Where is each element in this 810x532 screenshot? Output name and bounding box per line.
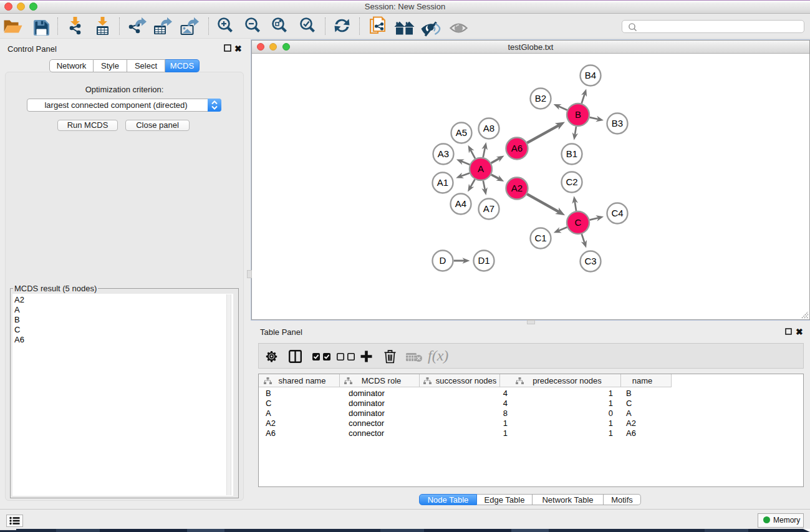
svg-text:B4: B4 bbox=[585, 70, 596, 80]
svg-text:A2: A2 bbox=[511, 183, 523, 193]
svg-text:A1: A1 bbox=[437, 177, 448, 188]
svg-text:A5: A5 bbox=[456, 127, 467, 138]
svg-text:A7: A7 bbox=[483, 203, 494, 214]
svg-text:C4: C4 bbox=[611, 208, 623, 218]
svg-text:B: B bbox=[575, 109, 581, 120]
svg-text:C3: C3 bbox=[584, 256, 596, 266]
svg-text:A: A bbox=[478, 163, 484, 174]
svg-text:D: D bbox=[440, 255, 446, 266]
svg-text:B2: B2 bbox=[535, 93, 546, 104]
svg-text:C: C bbox=[575, 217, 582, 228]
svg-text:C1: C1 bbox=[534, 233, 546, 243]
svg-text:B1: B1 bbox=[566, 148, 577, 159]
svg-text:A6: A6 bbox=[511, 143, 523, 153]
svg-text:D1: D1 bbox=[478, 255, 489, 266]
svg-text:A4: A4 bbox=[455, 198, 466, 209]
svg-text:C2: C2 bbox=[566, 177, 577, 187]
svg-text:B3: B3 bbox=[612, 118, 623, 128]
svg-text:A3: A3 bbox=[438, 148, 449, 159]
svg-text:A8: A8 bbox=[483, 123, 494, 133]
